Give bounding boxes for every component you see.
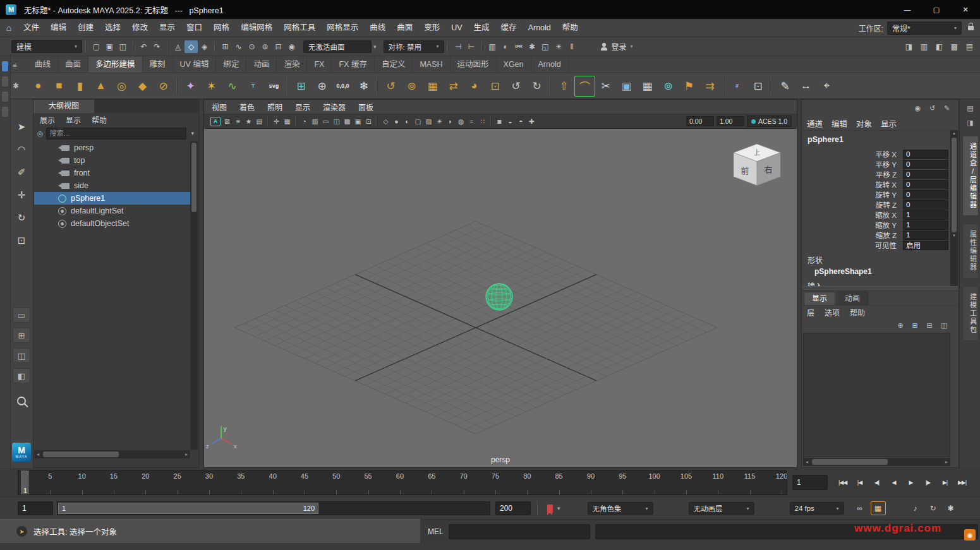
shelf-tab-7[interactable]: 渲染 — [277, 57, 307, 73]
mirror-geometry-icon[interactable]: ⇄ — [443, 76, 464, 97]
outliner-menu-2[interactable]: 帮助 — [92, 114, 107, 125]
viewport-motion-blur-icon[interactable]: ≈ — [466, 116, 477, 127]
gamma-field[interactable]: 1.00 — [717, 116, 744, 126]
svg-tool-icon[interactable]: svg — [263, 76, 284, 97]
toggle-attribute-editor-icon[interactable]: ◨ — [902, 40, 916, 53]
scrollbar-thumb[interactable] — [812, 459, 888, 465]
viewport-gate-mask-icon[interactable]: ▩ — [342, 116, 353, 127]
channel-value-field[interactable]: 1 — [903, 230, 948, 240]
select-object-icon[interactable]: ◇ — [185, 40, 198, 53]
filter-icon[interactable]: ◎ — [37, 129, 44, 138]
viewport-bounding-box-icon[interactable]: ▢ — [413, 116, 423, 127]
scale-tool[interactable]: ⊡ — [13, 232, 30, 249]
layout-outliner-persp-button[interactable]: ◧ — [13, 368, 30, 383]
outliner-vscrollbar[interactable] — [190, 141, 198, 450]
scroll-down-icon[interactable]: ▾ — [953, 232, 955, 239]
viewport-isolate-icon[interactable]: ◔ — [299, 116, 310, 127]
channel-box-menu-0[interactable]: 通道 — [807, 117, 823, 129]
viewport-select-camera-icon[interactable]: A — [210, 117, 221, 126]
viewport-smooth-shade-icon[interactable]: ● — [391, 116, 402, 127]
viewport-menu-4[interactable]: 渲染器 — [323, 102, 346, 112]
insert-edge-loop-icon[interactable]: ⚑ — [679, 76, 699, 97]
maximize-button[interactable]: ▢ — [922, 0, 951, 19]
animation-end-field[interactable]: 200 — [495, 501, 531, 515]
menu-item-5[interactable]: 显示 — [154, 19, 181, 37]
menu-item-0[interactable]: 文件 — [18, 19, 45, 37]
offset-edge-loop-icon[interactable]: ⇉ — [699, 76, 720, 97]
scrollbar-track[interactable] — [811, 458, 943, 466]
mel-input[interactable] — [449, 524, 590, 539]
scrollbar-thumb[interactable] — [43, 451, 119, 457]
exposure-field[interactable]: 0.00 — [686, 116, 714, 126]
bend-deformer-icon[interactable]: ⊡ — [747, 76, 768, 97]
channel-value-field[interactable]: 1 — [903, 210, 948, 220]
spin-edge-ccw-icon[interactable]: ↺ — [505, 76, 526, 97]
spin-edge-cw-icon[interactable]: ↻ — [526, 76, 547, 97]
channel-box-menu-2[interactable]: 对象 — [856, 117, 872, 129]
viewport-menu-1[interactable]: 着色 — [239, 102, 255, 112]
poly-plane-icon[interactable]: ◆ — [132, 76, 153, 97]
bookmark-icon[interactable] — [547, 505, 553, 513]
poly-torus-icon[interactable]: ◎ — [111, 76, 132, 97]
layer-list[interactable] — [803, 333, 950, 457]
viewport-shadows-icon[interactable]: ◗ — [445, 116, 456, 127]
viewport-resolution-gate-icon[interactable]: ▭ — [320, 116, 331, 127]
create-empty-layer-icon[interactable]: ⊕ — [895, 320, 906, 330]
menu-item-18[interactable]: 帮助 — [557, 19, 584, 37]
make-live-icon[interactable]: ◉ — [285, 40, 298, 53]
dock-attr-icon[interactable]: ◨ — [965, 117, 976, 128]
channel-value-field[interactable]: 0 — [903, 150, 948, 159]
menu-item-12[interactable]: 曲面 — [391, 19, 418, 37]
fps-dropdown[interactable]: 24 fps ▾ — [790, 502, 844, 515]
render-frame-icon[interactable]: ◐ — [499, 40, 512, 53]
close-button[interactable]: ✕ — [951, 0, 980, 19]
channel-value-field[interactable]: 0 — [903, 160, 948, 169]
mute-icon[interactable]: ♪ — [909, 502, 923, 515]
viewport-menu-5[interactable]: 面板 — [358, 102, 373, 112]
menu-item-10[interactable]: 网格显示 — [321, 19, 364, 37]
shelf-tab-5[interactable]: 绑定 — [216, 57, 246, 73]
left-dock-mark-3[interactable] — [2, 92, 8, 102]
layer-tab-1[interactable]: 动画 — [837, 292, 868, 305]
snap-grid-icon[interactable]: ⊞ — [219, 40, 232, 53]
reset-transform-icon[interactable]: 0,0,0 — [332, 76, 353, 97]
subdivide-mesh-icon[interactable]: ⊡ — [485, 76, 505, 97]
playback-prefs-icon[interactable]: ✱ — [944, 502, 958, 515]
channel-value-field[interactable]: 0 — [903, 180, 948, 189]
channel-box-menu-1[interactable]: 编辑 — [832, 117, 847, 129]
menu-item-3[interactable]: 选择 — [99, 19, 126, 37]
hypershade-icon[interactable]: ◱ — [539, 40, 552, 53]
outliner-item-front[interactable]: front — [34, 167, 190, 179]
menu-item-13[interactable]: 变形 — [418, 19, 445, 37]
viewport-lock-camera-icon[interactable]: ⊠ — [222, 116, 233, 127]
channel-value-field[interactable]: 启用 — [903, 241, 948, 250]
save-scene-icon[interactable]: ◫ — [116, 40, 130, 53]
menu-item-17[interactable]: Arnold — [523, 19, 557, 37]
playback-range-slider[interactable]: 1 120 — [57, 501, 490, 515]
outliner-menu-0[interactable]: 展示 — [40, 114, 55, 125]
menu-item-8[interactable]: 编辑网格 — [235, 19, 278, 37]
retopologize-icon[interactable]: ▦ — [422, 76, 443, 97]
zoom-layout-button[interactable] — [13, 393, 30, 409]
shelf-tab-2[interactable]: 多边形建模 — [88, 57, 143, 73]
snap-align-icon[interactable]: ⌖ — [816, 76, 837, 97]
outliner-title-tab[interactable]: 大纲视图 — [33, 100, 94, 113]
ipr-render-icon[interactable]: IPR — [512, 40, 526, 53]
view-transform-button[interactable]: ACES 1.0 — [747, 116, 792, 127]
multi-cut-icon[interactable]: ✂ — [595, 76, 616, 97]
poly-cone-icon[interactable]: ▲ — [90, 76, 111, 97]
bookmark-menu-icon[interactable]: ▾ — [555, 505, 562, 511]
live-surface-field[interactable]: 无激活曲面 — [303, 40, 372, 53]
playback-refresh-icon[interactable]: ↻ — [926, 502, 940, 515]
smooth-mesh-icon[interactable]: ◕ — [464, 76, 485, 97]
menu-item-16[interactable]: 缓存 — [495, 19, 523, 37]
poly-disc-icon[interactable]: ⊘ — [153, 76, 174, 97]
gear-icon[interactable]: ✱ — [13, 81, 24, 90]
channel-object-name[interactable]: pSphere1 — [802, 130, 951, 149]
poly-cube-icon[interactable]: ■ — [49, 76, 70, 97]
viewport-ao-icon[interactable]: ◍ — [456, 116, 466, 127]
redo-icon[interactable]: ↷ — [150, 40, 164, 53]
snap-point-icon[interactable]: ⊙ — [245, 40, 258, 53]
layout-four-pane-button[interactable]: ⊞ — [13, 328, 30, 343]
step-forward-key-button[interactable]: |▶ — [919, 474, 936, 491]
